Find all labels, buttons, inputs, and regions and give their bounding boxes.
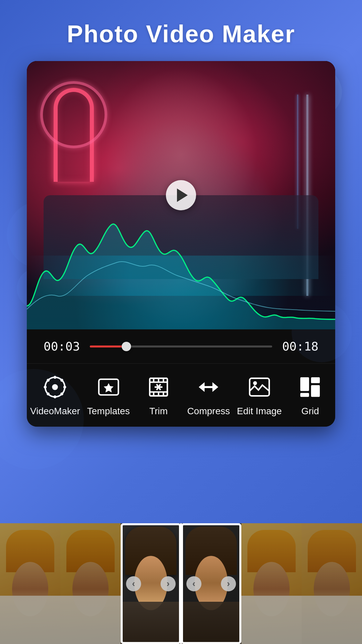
progress-area: 00:03 00:18	[27, 329, 335, 363]
svg-point-9	[63, 386, 66, 389]
svg-point-1	[52, 384, 58, 390]
image-edit-icon	[246, 374, 273, 400]
star-film-icon	[95, 374, 122, 400]
svg-point-6	[54, 376, 57, 379]
progress-bar[interactable]	[90, 345, 272, 347]
svg-point-4	[47, 392, 50, 395]
svg-rect-29	[300, 393, 309, 397]
svg-point-25	[253, 381, 257, 385]
film-icon	[42, 374, 68, 400]
video-preview[interactable]	[27, 61, 335, 329]
film-frame-5[interactable]	[241, 523, 302, 644]
tool-trim[interactable]: Trim	[133, 364, 183, 427]
current-time: 00:03	[44, 339, 80, 353]
filmstrip-inner: ‹ › ‹ ›	[0, 523, 362, 644]
tool-compress[interactable]: Compress	[184, 364, 234, 427]
film-frame-2[interactable]	[60, 523, 121, 644]
tool-trim-label: Trim	[149, 406, 168, 417]
tool-grid[interactable]: Grid	[285, 364, 335, 427]
filmstrip[interactable]: ‹ › ‹ ›	[0, 523, 362, 644]
tool-videomaker-label: VideoMaker	[30, 406, 80, 417]
app-title: Photo Video Maker	[0, 0, 362, 61]
toolbar: VideoMaker Templates	[27, 363, 335, 427]
svg-marker-11	[104, 383, 113, 392]
svg-rect-26	[300, 377, 309, 391]
film-frame-1[interactable]	[0, 523, 60, 644]
tool-templates-label: Templates	[87, 406, 130, 417]
svg-point-3	[60, 379, 63, 382]
play-button[interactable]	[166, 180, 196, 210]
tool-editimage-label: Edit Image	[237, 406, 282, 417]
svg-point-7	[54, 395, 57, 398]
tool-videomaker[interactable]: VideoMaker	[27, 364, 83, 427]
compress-icon	[195, 374, 222, 400]
svg-rect-28	[311, 385, 320, 397]
scissors-icon	[145, 374, 172, 400]
progress-thumb[interactable]	[122, 342, 131, 351]
svg-point-8	[44, 386, 47, 389]
film-frame-4[interactable]	[181, 523, 241, 644]
end-time: 00:18	[282, 339, 318, 353]
video-card: 00:03 00:18	[27, 61, 335, 427]
film-frame-3[interactable]	[121, 523, 181, 644]
tool-grid-label: Grid	[301, 406, 319, 417]
svg-point-2	[47, 379, 50, 382]
timeline-indicator	[180, 523, 182, 644]
film-frame-6[interactable]	[302, 523, 362, 644]
progress-fill	[90, 345, 126, 347]
tool-editimage[interactable]: Edit Image	[234, 364, 285, 427]
tool-templates[interactable]: Templates	[83, 364, 133, 427]
svg-point-5	[60, 392, 63, 395]
play-triangle-icon	[177, 189, 188, 202]
tool-compress-label: Compress	[187, 406, 230, 417]
svg-rect-27	[311, 377, 320, 383]
waveform-overlay	[27, 212, 335, 329]
grid-icon	[297, 374, 323, 400]
